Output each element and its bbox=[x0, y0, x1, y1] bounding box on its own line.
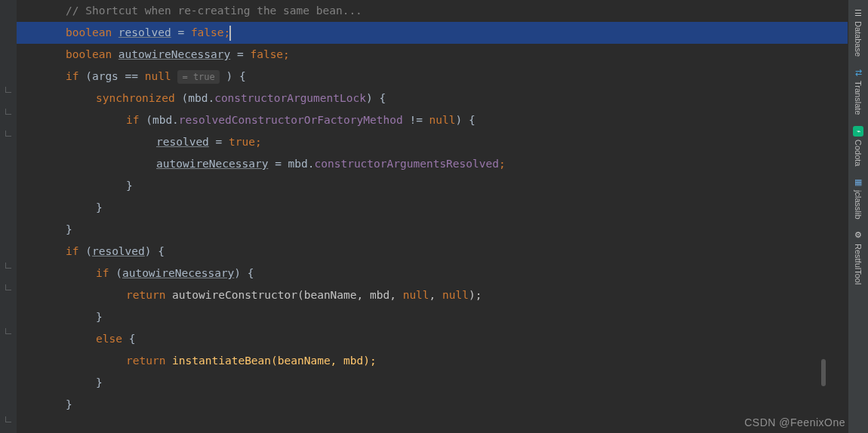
code-line[interactable]: autowireNecessary = mbd.constructorArgum… bbox=[17, 153, 848, 175]
keyword: false bbox=[250, 48, 283, 60]
semicolon: ; bbox=[499, 158, 506, 170]
tool-label: RestfulTool bbox=[854, 244, 863, 284]
brace: ) { bbox=[234, 267, 254, 279]
brace: } bbox=[66, 223, 72, 235]
brace: ) { bbox=[366, 92, 386, 104]
code-line[interactable]: return instantiateBean(beanName, mbd); bbox=[17, 350, 848, 372]
tool-restfultool[interactable]: ⚙ RestfulTool bbox=[853, 227, 863, 287]
brace: } bbox=[126, 180, 133, 192]
code-line[interactable]: } bbox=[17, 372, 848, 394]
keyword: boolean bbox=[66, 26, 119, 38]
close: ); bbox=[469, 289, 482, 301]
keyword: null bbox=[429, 114, 456, 126]
brace: ) { bbox=[145, 245, 165, 257]
tool-database[interactable]: ☰ Database bbox=[853, 5, 863, 60]
inlay-hint: = true bbox=[177, 70, 219, 84]
code-line[interactable]: resolved = true; bbox=[17, 131, 848, 153]
code-line[interactable]: if (resolved) { bbox=[17, 241, 848, 263]
brace: { bbox=[129, 333, 136, 345]
keyword: null bbox=[403, 289, 429, 301]
right-tool-bar: ☰ Database ⇄ Translate ⌁ Codota ▦ jclass… bbox=[848, 0, 868, 433]
translate-icon: ⇄ bbox=[853, 67, 863, 78]
code-editor[interactable]: // Shortcut when re-creating the same be… bbox=[0, 0, 848, 433]
tool-label: jclasslib bbox=[854, 190, 863, 220]
tool-translate[interactable]: ⇄ Translate bbox=[853, 64, 863, 118]
field-ref: constructorArgumentsResolved bbox=[315, 158, 499, 170]
keyword: if bbox=[96, 267, 115, 279]
op: = bbox=[230, 48, 250, 60]
brace: } bbox=[96, 311, 103, 323]
gutter bbox=[0, 0, 17, 433]
comma: , bbox=[429, 289, 442, 301]
op: = mbd. bbox=[268, 158, 314, 170]
tool-codota[interactable]: ⌁ Codota bbox=[853, 123, 863, 169]
tool-jclasslib[interactable]: ▦ jclasslib bbox=[853, 174, 863, 223]
brace: } bbox=[66, 398, 72, 410]
code-line[interactable]: } bbox=[17, 175, 848, 197]
semicolon: ; bbox=[255, 136, 262, 148]
keyword: if bbox=[66, 245, 85, 257]
brace: ) { bbox=[220, 70, 246, 82]
code-line[interactable]: boolean autowireNecessary = false; bbox=[17, 44, 848, 66]
keyword: false bbox=[191, 26, 224, 38]
comment-text: // Shortcut when re-creating the same be… bbox=[66, 5, 362, 17]
keyword: else bbox=[96, 333, 129, 345]
fold-mark[interactable] bbox=[5, 131, 11, 137]
codota-icon: ⌁ bbox=[853, 126, 863, 137]
scrollbar-track[interactable] bbox=[818, 0, 827, 433]
keyword: if bbox=[126, 114, 146, 126]
keyword: null bbox=[442, 289, 469, 301]
fold-mark[interactable] bbox=[5, 263, 11, 269]
method-call: autowireConstructor(beanName, mbd, bbox=[172, 289, 403, 301]
fold-mark[interactable] bbox=[5, 109, 11, 115]
op: = bbox=[209, 136, 229, 148]
code-line[interactable]: return autowireConstructor(beanName, mbd… bbox=[17, 284, 848, 306]
keyword: if bbox=[66, 70, 85, 82]
database-icon: ☰ bbox=[853, 8, 863, 18]
fold-mark[interactable] bbox=[5, 284, 11, 290]
code-area[interactable]: // Shortcut when re-creating the same be… bbox=[17, 0, 848, 433]
brace: } bbox=[96, 201, 103, 213]
restful-icon: ⚙ bbox=[853, 230, 863, 241]
op: = bbox=[171, 26, 191, 38]
expr: (args == bbox=[85, 70, 145, 82]
field-ref: resolvedConstructorOrFactoryMethod bbox=[179, 114, 403, 126]
code-line[interactable]: if (mbd.resolvedConstructorOrFactoryMeth… bbox=[17, 109, 848, 131]
variable: autowireNecessary bbox=[119, 48, 230, 60]
expr: (mbd. bbox=[182, 92, 215, 104]
jclasslib-icon: ▦ bbox=[853, 177, 863, 187]
code-line[interactable]: } bbox=[17, 306, 848, 328]
caret bbox=[229, 26, 231, 41]
variable: resolved bbox=[119, 26, 171, 38]
code-line[interactable]: } bbox=[17, 219, 848, 241]
variable: autowireNecessary bbox=[156, 158, 268, 170]
code-line[interactable]: // Shortcut when re-creating the same be… bbox=[17, 0, 848, 22]
code-line[interactable]: synchronized (mbd.constructorArgumentLoc… bbox=[17, 88, 848, 109]
code-line[interactable]: if (args == null = true ) { bbox=[17, 66, 848, 88]
paren: ( bbox=[85, 245, 92, 257]
keyword: true bbox=[229, 136, 255, 148]
fold-mark[interactable] bbox=[5, 87, 11, 93]
expr: (mbd. bbox=[146, 114, 179, 126]
code-line[interactable]: if (autowireNecessary) { bbox=[17, 263, 848, 284]
variable: resolved bbox=[92, 245, 145, 257]
code-line[interactable]: else { bbox=[17, 328, 848, 350]
tool-label: Database bbox=[854, 21, 863, 57]
code-line[interactable]: } bbox=[17, 394, 848, 416]
tool-label: Translate bbox=[854, 81, 863, 115]
semicolon: ; bbox=[283, 48, 290, 60]
fold-mark[interactable] bbox=[5, 328, 11, 334]
paren: ( bbox=[115, 267, 122, 279]
tool-label: Codota bbox=[854, 140, 863, 166]
method-call: instantiateBean(beanName, mbd); bbox=[172, 355, 377, 367]
watermark: CSDN @FeenixOne bbox=[744, 416, 845, 428]
code-line[interactable]: } bbox=[17, 197, 848, 219]
keyword: return bbox=[126, 289, 172, 301]
fold-mark[interactable] bbox=[5, 416, 11, 422]
code-line-highlighted[interactable]: boolean resolved = false; bbox=[17, 22, 848, 44]
variable: autowireNecessary bbox=[122, 267, 234, 279]
scrollbar-thumb[interactable] bbox=[821, 359, 826, 386]
keyword: null bbox=[145, 70, 171, 82]
keyword: return bbox=[126, 355, 172, 367]
keyword: synchronized bbox=[96, 92, 182, 104]
